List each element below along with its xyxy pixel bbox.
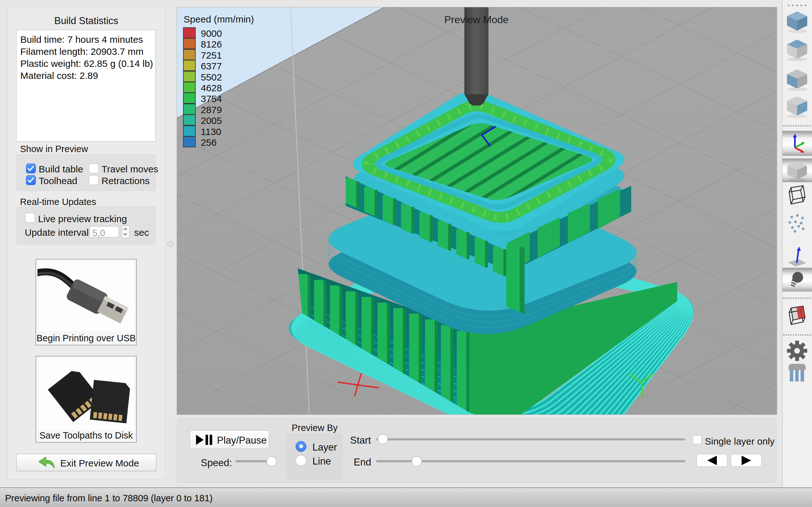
svg-text:Preview Mode: Preview Mode — [444, 14, 509, 25]
